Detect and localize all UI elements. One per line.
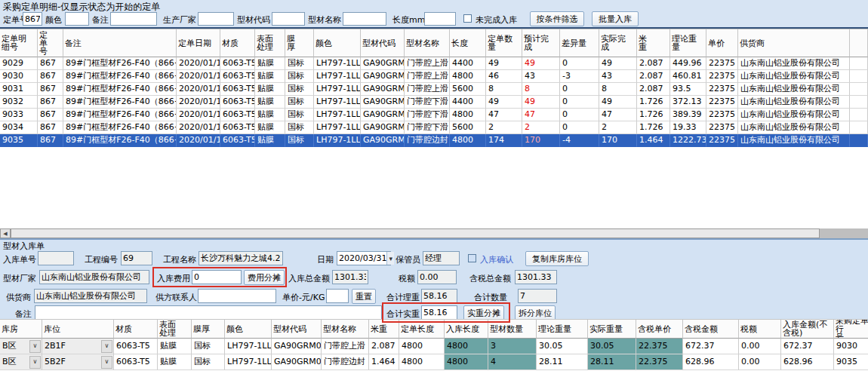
grid-cell[interactable]: 贴膜 — [255, 134, 285, 147]
total-actual-input[interactable] — [421, 305, 457, 320]
grid-cell[interactable]: 5600 — [450, 121, 486, 134]
grid-cell[interactable] — [850, 96, 868, 109]
grid-cell[interactable]: 22375 — [706, 83, 738, 96]
grid-cell[interactable]: 867 — [38, 109, 63, 121]
grid-cell[interactable]: 4400 — [450, 96, 486, 109]
grid-cell[interactable]: 4800 — [445, 339, 488, 354]
total-theory-input[interactable] — [421, 289, 457, 303]
grid-cell[interactable]: 3 — [488, 339, 537, 354]
grid-cell[interactable]: GA90GRM03 — [361, 83, 405, 96]
grid-cell[interactable]: 8 — [522, 83, 560, 96]
column-header[interactable]: 含税单价 — [636, 319, 683, 339]
grid-cell[interactable]: 贴膜 — [158, 339, 192, 354]
unfinished-checkbox[interactable] — [463, 14, 472, 23]
grid-cell[interactable]: 2.087 — [369, 339, 399, 354]
grid-cell[interactable]: 贴膜 — [255, 70, 285, 83]
grid-cell[interactable]: 47 — [486, 109, 522, 121]
dropdown-arrow-icon[interactable]: ∨ — [101, 340, 112, 353]
grid-cell[interactable]: 门带腔上滑 — [405, 70, 450, 83]
factory-input[interactable] — [39, 270, 149, 284]
grid-cell[interactable]: 山东南山铝业股份有限公司 — [738, 83, 850, 96]
project-no-input[interactable] — [121, 251, 152, 265]
grid-cell[interactable]: 山东南山铝业股份有限公司 — [738, 96, 850, 109]
grid-cell[interactable]: -3 — [560, 70, 599, 83]
grid-cell[interactable] — [850, 109, 868, 121]
column-header[interactable]: 采购定单行 号 — [834, 319, 868, 339]
profile-name-input[interactable] — [343, 12, 386, 26]
grid-cell[interactable]: 2020/01/13 — [177, 57, 220, 70]
column-header[interactable]: 材质 — [220, 29, 255, 57]
grid-cell[interactable]: 2 — [522, 121, 560, 134]
grid-cell[interactable]: 门带腔上滑 — [405, 57, 450, 70]
grid-cell[interactable]: 628.96 — [683, 354, 739, 370]
profile-code-input[interactable] — [272, 12, 305, 26]
grid-cell[interactable]: 28.11 — [588, 354, 636, 370]
grid-cell[interactable] — [850, 83, 868, 96]
grid-cell[interactable]: 6063-T5 — [220, 57, 255, 70]
grid-cell[interactable]: 6063-T5 — [220, 134, 255, 147]
reset-button[interactable]: 重置 — [352, 289, 376, 304]
grid-cell[interactable]: 49 — [599, 57, 637, 70]
dropdown-arrow-icon[interactable]: ∨ — [29, 356, 41, 369]
grid-cell[interactable]: 0 — [560, 96, 599, 109]
grid-cell[interactable]: 867 — [38, 57, 63, 70]
grid-cell[interactable]: 贴膜 — [255, 83, 285, 96]
grid-row[interactable]: 903386789#门框型材F26-F40（866+867）2020/01/13… — [0, 109, 868, 121]
grid-cell[interactable]: GA90GRM05 — [272, 354, 322, 370]
grid-cell[interactable]: LH797-1LL0 — [225, 339, 272, 354]
grid-cell[interactable] — [850, 134, 868, 147]
grid-cell[interactable]: 9035 — [0, 134, 38, 147]
grid-cell[interactable]: 9035 — [834, 354, 868, 370]
grid-cell[interactable]: 49 — [486, 96, 522, 109]
grid-row[interactable]: 903286789#门框型材F26-F40（866+867）2020/01/13… — [0, 96, 868, 109]
column-header[interactable]: 预计完 成 — [522, 29, 560, 57]
grid-row[interactable]: 903186789#门框型材F26-F40（866+867）2020/01/13… — [0, 83, 868, 96]
grid-cell[interactable]: 170 — [599, 134, 637, 147]
grid-cell[interactable]: 2020/01/13 — [177, 96, 220, 109]
grid-cell[interactable]: 47 — [599, 109, 637, 121]
grid-cell[interactable]: 2020/01/13 — [177, 134, 220, 147]
grid-cell[interactable]: 867 — [38, 96, 63, 109]
grid-cell[interactable]: 门带腔下滑 — [405, 109, 450, 121]
grid-cell[interactable]: LH797-1LL0 — [314, 57, 361, 70]
grid-cell[interactable]: LH797-1LL0 — [314, 109, 361, 121]
grid-cell[interactable]: 2B1F∨ — [42, 339, 114, 354]
grid-cell[interactable]: 0 — [560, 57, 599, 70]
column-header[interactable]: 税额 — [739, 319, 781, 339]
column-header[interactable]: 含税金额 — [683, 319, 739, 339]
column-header[interactable]: 库位 — [42, 319, 114, 339]
unit-price-input[interactable] — [326, 289, 349, 303]
grid-cell[interactable]: 22375 — [706, 96, 738, 109]
grid-cell[interactable]: 30.05 — [537, 339, 588, 354]
column-header[interactable]: 长度 — [450, 29, 486, 57]
grid-cell[interactable]: 2.087 — [637, 83, 670, 96]
grid-cell[interactable]: B区∨ — [0, 354, 42, 370]
grid-cell[interactable]: 22.375 — [636, 339, 683, 354]
grid-cell[interactable]: GA90GRM03 — [361, 57, 405, 70]
grid-cell[interactable]: -4 — [560, 134, 599, 147]
column-header[interactable]: 颜色 — [314, 29, 361, 57]
keeper-input[interactable] — [423, 251, 460, 265]
grid-cell[interactable]: 贴膜 — [255, 121, 285, 134]
dropdown-arrow-icon[interactable]: ∨ — [101, 356, 112, 369]
grid-cell[interactable]: 89#门框型材F26-F40（866+867） — [63, 109, 177, 121]
grid-cell[interactable]: 2020/01/13 — [177, 121, 220, 134]
grid-cell[interactable]: 4800 — [445, 354, 488, 370]
column-header[interactable]: 定单明 细号 — [0, 29, 38, 57]
grid-cell[interactable]: 170 — [522, 134, 560, 147]
grid-cell[interactable]: 国标 — [192, 354, 225, 370]
fee-input[interactable] — [192, 270, 242, 284]
confirm-checkbox[interactable] — [468, 254, 476, 262]
copy-warehouse-button[interactable]: 复制库房库位 — [525, 251, 589, 266]
contact-input[interactable] — [198, 289, 276, 303]
column-header[interactable] — [850, 29, 868, 57]
grid-cell[interactable]: 4800 — [399, 354, 445, 370]
grid-cell[interactable]: 867 — [38, 70, 63, 83]
grid-cell[interactable]: 47 — [522, 109, 560, 121]
column-header[interactable]: 定单日期 — [177, 29, 220, 57]
supplier-input[interactable] — [34, 289, 147, 303]
grid-cell[interactable]: 93.5 — [670, 83, 706, 96]
grid-cell[interactable]: LH797-1LL0 — [314, 134, 361, 147]
grid-cell[interactable]: 门带腔下滑 — [405, 121, 450, 134]
color-input[interactable] — [65, 12, 89, 26]
